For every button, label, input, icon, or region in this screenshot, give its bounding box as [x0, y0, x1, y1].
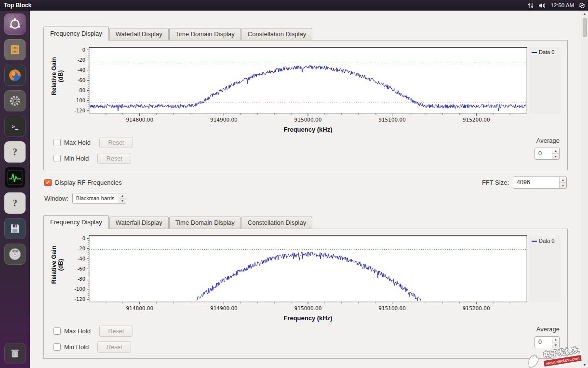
- system-settings-icon[interactable]: [4, 90, 26, 111]
- spin-down-icon[interactable]: ▼: [552, 154, 559, 159]
- legend-line-swatch: [532, 241, 537, 242]
- vertical-scrollbar[interactable]: ▲ ▼: [581, 11, 588, 368]
- spin-down-icon[interactable]: ▼: [560, 183, 566, 188]
- dash-home-icon[interactable]: [4, 14, 26, 35]
- svg-text:915100.00: 915100.00: [378, 305, 406, 311]
- max-hold-checkbox[interactable]: [53, 327, 61, 335]
- svg-text:-40: -40: [78, 256, 85, 261]
- svg-text:915100.00: 915100.00: [378, 117, 406, 123]
- frequency-display-pane: Relative Gain (dB) 0-20-40-60-80-100-120…: [43, 40, 568, 170]
- tab-time-domain-display[interactable]: Time Domain Display: [169, 28, 241, 40]
- min-hold-reset-button[interactable]: Reset: [97, 341, 131, 353]
- scrollbar-thumb[interactable]: [583, 18, 587, 37]
- trash-icon[interactable]: [4, 343, 26, 364]
- svg-text:0: 0: [82, 47, 85, 53]
- frequency-plot-canvas[interactable]: 0-20-40-60-80-100-120914800.00914900.009…: [66, 234, 529, 314]
- spin-up-icon[interactable]: ▲: [119, 193, 126, 199]
- svg-text:914800.00: 914800.00: [126, 305, 153, 311]
- min-hold-label: Min Hold: [64, 343, 89, 351]
- min-hold-label: Min Hold: [64, 155, 89, 162]
- window-title: Top Block: [4, 2, 31, 9]
- system-monitor-icon[interactable]: [4, 167, 26, 188]
- max-hold-label: Max Hold: [64, 327, 91, 335]
- frequency-plot-canvas[interactable]: 0-20-40-60-80-100-120914800.00914900.009…: [66, 45, 529, 125]
- svg-text:915000.00: 915000.00: [294, 305, 322, 311]
- main-content: Frequency Display Waterfall Display Time…: [30, 11, 581, 368]
- spin-up-icon[interactable]: ▲: [552, 337, 559, 342]
- sink-tabwidget-2: Frequency Display Waterfall Display Time…: [43, 215, 568, 359]
- fft-size-value: 4096: [513, 177, 559, 188]
- tab-frequency-display[interactable]: Frequency Display: [43, 215, 109, 229]
- tabbar: Frequency Display Waterfall Display Time…: [43, 27, 568, 40]
- tab-constellation-display[interactable]: Constellation Display: [241, 217, 312, 229]
- tab-constellation-display[interactable]: Constellation Display: [241, 28, 312, 40]
- svg-text:-120: -120: [74, 108, 85, 113]
- svg-text:-100: -100: [74, 98, 85, 103]
- tab-waterfall-display[interactable]: Waterfall Display: [109, 217, 169, 229]
- fft-size-label: FFT Size:: [482, 179, 509, 186]
- min-hold-checkbox[interactable]: [53, 155, 61, 162]
- legend-line-swatch: [532, 52, 537, 53]
- plot-legend[interactable]: Data 0: [529, 236, 561, 302]
- svg-text:-20: -20: [78, 57, 85, 63]
- terminal-icon[interactable]: >_: [4, 116, 26, 137]
- network-arrows-icon[interactable]: [528, 2, 534, 9]
- volume-icon[interactable]: [538, 2, 546, 9]
- svg-text:-120: -120: [74, 297, 85, 302]
- help-icon[interactable]: ?: [4, 192, 26, 214]
- tab-time-domain-display[interactable]: Time Domain Display: [169, 217, 241, 229]
- frequency-display-pane: Relative Gain (dB) 0-20-40-60-80-100-120…: [43, 229, 568, 359]
- svg-text:0: 0: [82, 236, 85, 241]
- legend-entry: Data 0: [539, 49, 554, 55]
- average-label: Average: [536, 326, 560, 333]
- spin-down-icon[interactable]: ▼: [119, 199, 126, 204]
- sink-options-strip: ✓ Display RF Frequencies FFT Size: 4096 …: [44, 177, 567, 204]
- x-axis-label: Frequency (kHz): [77, 125, 539, 133]
- svg-text:-60: -60: [78, 78, 85, 83]
- window-combobox[interactable]: Blackman-harris ▲▼: [72, 193, 126, 204]
- window-label: Window:: [44, 195, 68, 202]
- tab-waterfall-display[interactable]: Waterfall Display: [109, 28, 169, 40]
- spin-up-icon[interactable]: ▲: [552, 148, 559, 154]
- display-rf-frequencies-label: Display RF Frequencies: [55, 179, 122, 186]
- fft-size-combobox[interactable]: 4096 ▲▼: [513, 177, 567, 189]
- window-value: Blackman-harris: [73, 193, 119, 203]
- max-hold-label: Max Hold: [64, 139, 91, 146]
- max-hold-reset-button[interactable]: Reset: [99, 326, 133, 337]
- svg-text:915200.00: 915200.00: [463, 117, 490, 123]
- file-manager-icon[interactable]: [4, 39, 26, 60]
- display-rf-frequencies-checkbox[interactable]: ✓: [44, 179, 52, 186]
- svg-text:915200.00: 915200.00: [463, 305, 490, 311]
- session-gear-icon[interactable]: [579, 2, 585, 9]
- min-hold-reset-button[interactable]: Reset: [97, 153, 131, 164]
- max-hold-checkbox[interactable]: [53, 139, 61, 146]
- y-axis-label: Relative Gain (dB): [49, 234, 66, 314]
- max-hold-reset-button[interactable]: Reset: [99, 137, 133, 148]
- svg-text:914900.00: 914900.00: [210, 305, 238, 311]
- legend-entry: Data 0: [539, 238, 554, 244]
- plot-legend[interactable]: Data 0: [529, 47, 561, 113]
- clock[interactable]: 12:50 AM: [550, 2, 574, 8]
- average-label: Average: [536, 137, 560, 144]
- spin-down-icon[interactable]: ▼: [552, 342, 559, 348]
- svg-text:-100: -100: [74, 286, 85, 292]
- firefox-icon[interactable]: [4, 65, 26, 86]
- svg-text:915000.00: 915000.00: [294, 117, 322, 123]
- dvd-icon[interactable]: DVD: [4, 244, 26, 265]
- floppy-disk-icon[interactable]: [4, 218, 26, 239]
- scroll-up-icon[interactable]: ▲: [583, 11, 587, 17]
- average-spinbox[interactable]: 0 ▲▼: [535, 336, 560, 348]
- svg-text:914800.00: 914800.00: [126, 117, 153, 123]
- spin-up-icon[interactable]: ▲: [560, 177, 566, 183]
- min-hold-checkbox[interactable]: [53, 343, 61, 351]
- average-value: 0: [535, 148, 552, 159]
- help-icon[interactable]: ?: [4, 141, 26, 163]
- tab-frequency-display[interactable]: Frequency Display: [43, 27, 109, 41]
- average-spinbox[interactable]: 0 ▲▼: [535, 148, 560, 160]
- svg-text:-20: -20: [78, 246, 85, 251]
- svg-text:-60: -60: [78, 266, 85, 272]
- svg-text:DVD: DVD: [12, 250, 18, 252]
- scroll-down-icon[interactable]: ▼: [583, 362, 587, 368]
- sink-tabwidget-1: Frequency Display Waterfall Display Time…: [43, 27, 568, 170]
- x-axis-label: Frequency (kHz): [77, 314, 539, 322]
